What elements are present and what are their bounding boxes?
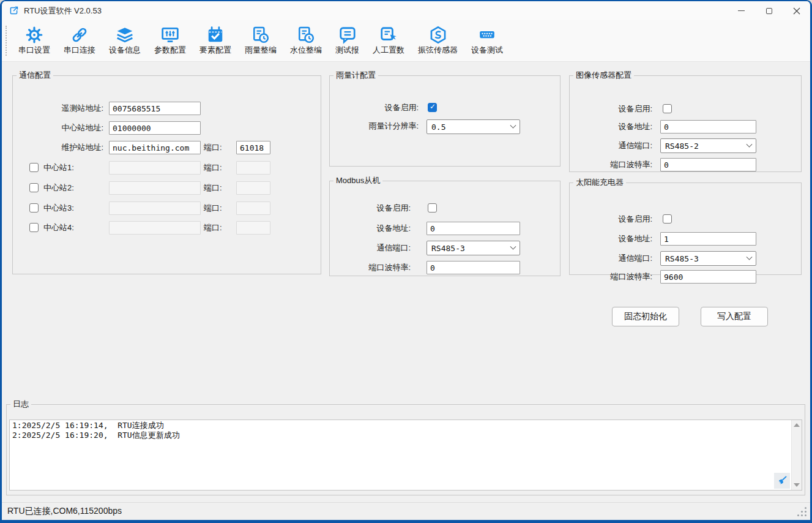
center-station-4-checkbox[interactable]: [29, 223, 39, 232]
toolbar-label: 设备信息: [109, 45, 141, 56]
title-bar: RTU设置软件 V2.0.53: [2, 1, 810, 20]
solar-enable-label: 设备启用:: [570, 213, 652, 226]
toolbar-element-config[interactable]: 要素配置: [193, 22, 238, 60]
group-title: 太阳能充电器: [573, 177, 626, 188]
center-station-4-port-input[interactable]: [236, 221, 270, 235]
center-station-2-checkbox[interactable]: [29, 183, 39, 192]
image-port-label: 通信端口:: [570, 139, 652, 152]
center-station-1-label: 中心站1:: [43, 161, 74, 175]
center-station-1-port-input[interactable]: [236, 161, 270, 175]
status-bar: RTU已连接,COM6,115200bps: [2, 502, 810, 520]
port-label: 端口:: [204, 141, 222, 154]
toolbar-label: 串口连接: [64, 45, 95, 56]
center-station-4-input[interactable]: [109, 221, 201, 235]
modbus-enable-checkbox[interactable]: [428, 203, 437, 213]
solar-port-label: 通信端口:: [570, 252, 652, 265]
toolbar-test-report[interactable]: 测试报: [329, 22, 366, 60]
center-address-input[interactable]: [109, 121, 201, 135]
close-button[interactable]: [783, 1, 810, 20]
toolbar-label: 要素配置: [199, 45, 231, 56]
log-line: 1:2025/2/5 16:19:14, RTU连接成功: [12, 421, 788, 431]
solar-port-value: RS485-3: [665, 254, 699, 263]
layers-icon: [116, 26, 134, 44]
telemetry-address-input[interactable]: [109, 102, 201, 115]
maintain-port-input[interactable]: [236, 141, 270, 154]
message-icon: [338, 26, 357, 44]
port-label: 端口:: [204, 201, 222, 215]
hexagon-s-icon: [429, 26, 447, 44]
scroll-down-icon[interactable]: [794, 483, 800, 487]
maximize-button[interactable]: [755, 1, 783, 20]
center-station-3-port-input[interactable]: [236, 201, 270, 215]
center-station-3-checkbox[interactable]: [29, 203, 39, 213]
modbus-port-value: RS485-3: [431, 244, 465, 253]
toolbar-device-test[interactable]: 设备测试: [464, 22, 510, 60]
center-station-1-checkbox[interactable]: [29, 163, 39, 172]
solar-port-select[interactable]: RS485-3: [660, 251, 756, 266]
toolbar-serial-connect[interactable]: 串口连接: [57, 22, 102, 60]
group-title: 图像传感器配置: [573, 70, 634, 81]
toolbar-label: 人工置数: [373, 45, 404, 56]
image-enable-checkbox[interactable]: [663, 104, 672, 113]
maintain-address-input[interactable]: [109, 141, 201, 154]
log-area[interactable]: 1:2025/2/5 16:19:14, RTU连接成功 2:2025/2/5 …: [9, 420, 802, 491]
solar-enable-checkbox[interactable]: [663, 214, 672, 224]
image-baud-label: 端口波特率:: [570, 158, 652, 171]
toolbar-serial-settings[interactable]: 串口设置: [12, 22, 57, 60]
image-baud-input[interactable]: [660, 158, 756, 171]
rain-enable-checkbox[interactable]: [428, 103, 437, 112]
center-station-2-input[interactable]: [109, 181, 201, 195]
solar-baud-input[interactable]: [660, 270, 756, 284]
log-lines: 1:2025/2/5 16:19:14, RTU连接成功 2:2025/2/5 …: [10, 420, 791, 490]
rain-resolution-label: 雨量计分辨率:: [330, 119, 419, 133]
chevron-down-icon: [747, 254, 753, 260]
modbus-port-select[interactable]: RS485-3: [426, 241, 520, 255]
center-station-3-label: 中心站3:: [43, 201, 74, 215]
image-enable-label: 设备启用:: [570, 102, 652, 116]
solar-address-input[interactable]: [660, 232, 756, 246]
solar-baud-label: 端口波特率:: [570, 270, 652, 284]
image-address-label: 设备地址:: [570, 120, 652, 134]
center-station-2-port-input[interactable]: [236, 181, 270, 195]
toolbar-vibrating-sensor[interactable]: 振弦传感器: [411, 22, 464, 60]
port-label: 端口:: [204, 181, 222, 195]
modbus-enable-label: 设备启用:: [330, 201, 411, 215]
clear-log-button[interactable]: [774, 473, 790, 489]
monitor-sliders-icon: [161, 26, 179, 44]
modbus-port-label: 通信端口:: [330, 241, 411, 255]
close-icon: [793, 7, 800, 15]
modbus-baud-label: 端口波特率:: [330, 261, 411, 274]
resize-grip[interactable]: [805, 514, 806, 516]
minimize-icon: [738, 10, 745, 11]
toolbar-device-info[interactable]: 设备信息: [102, 22, 147, 60]
write-config-button[interactable]: 写入配置: [701, 307, 768, 326]
modbus-baud-input[interactable]: [426, 261, 520, 274]
center-station-4-label: 中心站4:: [43, 221, 74, 235]
toolbar-manual-set[interactable]: 人工置数: [366, 22, 411, 60]
scroll-up-icon[interactable]: [794, 423, 800, 427]
solid-init-button[interactable]: 固态初始化: [612, 307, 679, 326]
chevron-down-icon: [510, 122, 516, 128]
minimize-button[interactable]: [728, 1, 755, 20]
toolbar: 串口设置 串口连接 设备信息 参数配置: [2, 20, 810, 62]
log-scrollbar[interactable]: [791, 420, 802, 490]
port-label: 端口:: [204, 161, 222, 175]
group-log: 日志 1:2025/2/5 16:19:14, RTU连接成功 2:2025/2…: [6, 399, 805, 495]
image-address-input[interactable]: [660, 120, 756, 134]
chevron-down-icon: [747, 141, 753, 147]
chevron-down-icon: [510, 243, 516, 249]
toolbar-waterlevel-compile[interactable]: 水位整编: [283, 22, 329, 60]
document-hand-icon: [379, 26, 398, 44]
toolbar-param-config[interactable]: 参数配置: [147, 22, 193, 60]
center-station-3-input[interactable]: [109, 201, 201, 215]
maintain-address-label: 维护站地址:: [13, 141, 103, 154]
rain-enable-label: 设备启用:: [330, 101, 419, 115]
image-port-select[interactable]: RS485-2: [660, 138, 756, 153]
modbus-address-input[interactable]: [426, 222, 520, 235]
connection-status: RTU已连接,COM6,115200bps: [7, 506, 122, 517]
rain-resolution-select[interactable]: 0.5: [426, 119, 520, 134]
toolbar-grip[interactable]: [6, 26, 7, 56]
center-station-1-input[interactable]: [109, 161, 201, 175]
solar-address-label: 设备地址:: [570, 232, 652, 246]
toolbar-rain-compile[interactable]: 雨量整编: [238, 22, 283, 60]
